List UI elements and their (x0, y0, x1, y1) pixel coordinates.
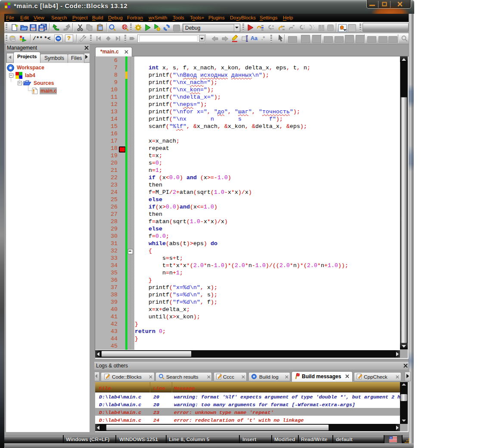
svg-text:R: R (123, 24, 127, 30)
